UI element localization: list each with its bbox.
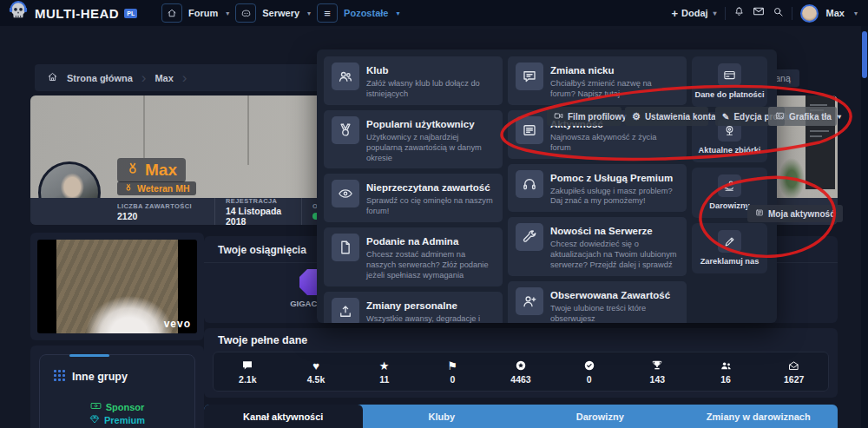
menu-item-podanie[interactable]: Podanie na AdminaChcesz zostać adminem n… [324, 227, 503, 286]
discord-icon[interactable] [235, 3, 256, 23]
add-button[interactable]: + Dodaj ▾ [671, 7, 716, 20]
chevron-down-icon: ▾ [854, 10, 858, 17]
nav-right: + Dodaj ▾ Max ▾ [671, 0, 858, 26]
tab-kluby[interactable]: Kluby [363, 405, 522, 428]
ustawienia-konta-button[interactable]: ⚙ Ustawienia konta [625, 107, 708, 126]
plus-icon: + [671, 7, 678, 20]
gem-icon [89, 414, 100, 426]
moja-aktywnosc-button[interactable]: Moja aktywność [747, 205, 843, 222]
tab-kanal-aktywnosci[interactable]: Kanał aktywności [204, 405, 363, 428]
newspaper-icon [755, 208, 764, 219]
profile-name: Max [145, 161, 177, 180]
profile-rank-badge: Weteran MH [117, 181, 196, 195]
chevron-down-icon: ▾ [226, 10, 229, 17]
divider [792, 7, 792, 20]
breadcrumb-home[interactable]: Strona główna [67, 73, 133, 83]
full-data-card: Twoje pełne dane 2.1k ♥ 4.5k ★ 11 ⚑ 0 [204, 328, 838, 398]
trophy-icon [651, 359, 663, 372]
side-item-dane-platnosci[interactable]: Dane do płatności [692, 56, 767, 107]
envelope-icon[interactable] [753, 5, 765, 21]
stat-stars: ★ 11 [350, 359, 418, 385]
video-player[interactable]: vevo [37, 240, 197, 333]
brand[interactable]: MULTI-HEAD PL [0, 0, 137, 26]
scrollbar-thumb[interactable] [862, 31, 867, 78]
video-embed-card: vevo [30, 233, 204, 340]
chevron-down-icon: ▾ [396, 10, 399, 17]
side-item-zareklamuj[interactable]: Zareklamuj nas [692, 223, 767, 273]
eye-icon [332, 180, 359, 207]
grid-icon [54, 370, 65, 384]
hamburger-icon[interactable]: ≡ [317, 3, 338, 23]
nav-main: Forum ▾ Serwery ▾ ≡ Pozostałe ▾ [161, 0, 399, 26]
film-profilowy-button[interactable]: Film profilowy [547, 107, 621, 126]
divider [725, 7, 726, 20]
menu-item-nieprzeczytana[interactable]: Nieprzeczytana zawartośćSprawdź co cię o… [324, 174, 503, 222]
wrench-icon [516, 223, 543, 251]
medal-icon [126, 161, 140, 179]
menu-column-left: KlubZałóż własny klub lub dołącz do istn… [324, 56, 503, 316]
menu-item-nowosci[interactable]: Nowości na SerwerzeChcesz dowiedzieć się… [508, 217, 687, 276]
medal-icon [332, 116, 359, 144]
stat-solved: 0 [555, 359, 623, 385]
stat-messages: 1627 [760, 359, 828, 385]
breadcrumb-separator: › [141, 69, 147, 87]
group-item-premium[interactable]: Premium [40, 414, 194, 426]
full-data-title: Twoje pełne dane [218, 334, 307, 346]
breadcrumb-current: Max [155, 73, 173, 83]
image-icon [775, 111, 785, 122]
scrollbar[interactable] [861, 26, 868, 428]
breadcrumb-separator: › [182, 69, 187, 87]
brand-title: MULTI-HEAD [35, 6, 119, 21]
home-icon[interactable] [47, 70, 58, 86]
chevron-down-icon: ▾ [838, 113, 841, 121]
profile-stat: REJESTRACJA 14 Listopada 2018 [214, 198, 301, 225]
star-circle-icon [515, 359, 527, 372]
user-avatar[interactable] [800, 4, 819, 23]
vevo-watermark: vevo [164, 318, 191, 330]
hand-coin-icon [718, 174, 741, 197]
app-root: MULTI-HEAD PL Forum ▾ Serwery ▾ ≡ Pozost… [0, 0, 868, 428]
cover-plant [779, 158, 805, 200]
newspaper-icon [516, 116, 543, 144]
nav-item-serwery[interactable]: Serwery [262, 8, 299, 18]
nav-item-forum[interactable]: Forum [188, 8, 218, 18]
stats-bar: 2.1k ♥ 4.5k ★ 11 ⚑ 0 4463 [213, 352, 829, 392]
camera-icon [554, 111, 563, 122]
menu-item-obserwowana-zawartosc[interactable]: Obserwowana ZawartośćTwoje ulubione treś… [508, 281, 687, 323]
pozostale-mega-menu: KlubZałóż własny klub lub dołącz do istn… [317, 49, 777, 323]
brand-badge: PL [124, 9, 137, 18]
upload-icon [332, 298, 359, 323]
stat-comments: 2.1k [214, 359, 282, 385]
nav-item-pozostale[interactable]: Pozostałe [344, 8, 388, 18]
flag-icon: ⚑ [448, 359, 458, 372]
users-icon [720, 359, 733, 372]
menu-item-zmiana-nicku[interactable]: Zmiana nickuChciałbyś zmienić nazwę na f… [508, 56, 687, 105]
tab-darowizny[interactable]: Darowizny [521, 405, 680, 428]
bell-icon[interactable] [733, 5, 745, 21]
navbar: MULTI-HEAD PL Forum ▾ Serwery ▾ ≡ Pozost… [0, 0, 868, 26]
gear-icon: ⚙ [632, 111, 641, 122]
tab-zmiany-w-darowiznach[interactable]: Zmiany w darowiznach [680, 405, 838, 428]
banknote-icon [90, 400, 102, 413]
home-icon[interactable] [161, 3, 182, 23]
stat-likes: ♥ 4.5k [282, 359, 351, 385]
stat-trophies: 143 [623, 359, 692, 385]
menu-item-pomoc-premium[interactable]: Pomoc z Usługą PremiumZakupiłeś usługę i… [508, 164, 687, 213]
cover-detail [247, 95, 249, 165]
menu-item-popularni[interactable]: Popularni użytkownicyUżytkownicy z najba… [324, 110, 503, 169]
envelope-open-icon [788, 359, 799, 372]
menu-item-klub[interactable]: KlubZałóż własny klub lub dołącz do istn… [324, 56, 503, 105]
group-item-sponsor[interactable]: Sponsor [40, 400, 194, 413]
user-plus-icon [516, 287, 543, 315]
headset-icon [516, 170, 543, 198]
grafika-tla-button[interactable]: Grafika tła ▾ [768, 107, 837, 126]
stat-points: 4463 [487, 359, 556, 385]
profile-name-chip: Max [117, 158, 186, 182]
users-icon [332, 63, 359, 90]
user-menu[interactable]: Max [826, 8, 845, 18]
profile-tabs: Kanał aktywności Kluby Darowizny Zmiany … [204, 405, 838, 428]
search-icon[interactable] [773, 5, 784, 21]
menu-item-zmiany-personalne[interactable]: Zmiany personalneWszystkie awansy, degra… [324, 292, 503, 323]
video-thumbnail [56, 240, 178, 333]
comment-icon [241, 359, 253, 372]
